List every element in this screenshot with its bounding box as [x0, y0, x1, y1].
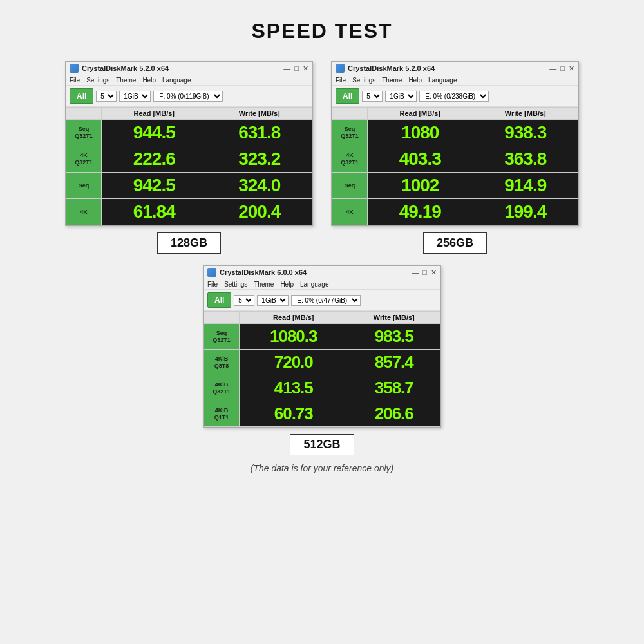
all-button-512[interactable]: All — [207, 292, 231, 308]
cdm-window-512: CrystalDiskMark 6.0.0 x64 — □ ✕ File Set… — [203, 265, 441, 428]
menubar-512: File Settings Theme Help Language — [204, 279, 440, 290]
window-title-512: CrystalDiskMark 6.0.0 x64 — [220, 269, 307, 276]
write-value: 914.9 — [473, 173, 578, 199]
results-table-512: Read [MB/s] Write [MB/s] SeqQ32T1 1080.3… — [204, 311, 440, 427]
read-value: 60.73 — [240, 401, 348, 427]
toolbar-128: All 5 1GiB F: 0% (0/119GiB) — [66, 86, 312, 107]
drive-select-512[interactable]: E: 0% (0/477GiB) — [291, 295, 361, 306]
read-value: 49.19 — [368, 199, 473, 225]
menubar-128: File Settings Theme Help Language — [66, 75, 312, 86]
col-header-label-128 — [66, 108, 102, 120]
maximize-icon[interactable]: □ — [294, 64, 299, 73]
read-value: 944.5 — [102, 120, 207, 146]
size-select-256[interactable]: 1GiB — [385, 91, 417, 102]
menu-help[interactable]: Help — [142, 77, 156, 84]
menu-theme[interactable]: Theme — [254, 281, 274, 288]
write-value: 938.3 — [473, 120, 578, 146]
close-icon[interactable]: ✕ — [303, 64, 308, 73]
menu-settings[interactable]: Settings — [86, 77, 109, 84]
benchmark-128gb: CrystalDiskMark 5.2.0 x64 — □ ✕ File Set… — [65, 61, 313, 254]
read-value: 1080.3 — [240, 324, 348, 350]
menu-help[interactable]: Help — [280, 281, 294, 288]
row-label: 4KiBQ8T8 — [204, 350, 240, 375]
col-header-write-512: Write [MB/s] — [348, 312, 440, 324]
close-icon[interactable]: ✕ — [431, 269, 437, 277]
cdm-window-256: CrystalDiskMark 5.2.0 x64 — □ ✕ File Set… — [331, 61, 579, 226]
menu-settings[interactable]: Settings — [224, 281, 247, 288]
col-header-label-512 — [204, 312, 240, 324]
all-button-128[interactable]: All — [70, 88, 93, 104]
table-row: Seq 1002 914.9 — [332, 173, 578, 199]
table-row: SeqQ32T1 1080.3 983.5 — [204, 324, 440, 350]
write-value: 206.6 — [348, 401, 440, 427]
maximize-icon[interactable]: □ — [422, 269, 427, 277]
count-select-512[interactable]: 5 — [234, 295, 254, 306]
read-value: 61.84 — [102, 199, 207, 225]
window-title-256: CrystalDiskMark 5.2.0 x64 — [348, 64, 435, 72]
bottom-row: CrystalDiskMark 6.0.0 x64 — □ ✕ File Set… — [203, 265, 441, 473]
table-row: 4KQ32T1 403.3 363.8 — [332, 146, 578, 173]
write-value: 199.4 — [473, 199, 578, 225]
row-label: 4KiBQ32T1 — [204, 375, 240, 401]
menu-file[interactable]: File — [336, 77, 346, 84]
size-select-512[interactable]: 1GiB — [257, 295, 289, 306]
table-row: 4K 49.19 199.4 — [332, 199, 578, 225]
read-value: 413.5 — [240, 375, 348, 401]
read-value: 942.5 — [102, 173, 207, 199]
col-header-write-256: Write [MB/s] — [473, 108, 578, 120]
row-label: 4K — [332, 199, 368, 225]
col-header-read-512: Read [MB/s] — [240, 312, 348, 324]
menu-file[interactable]: File — [207, 281, 218, 288]
write-value: 363.8 — [473, 146, 578, 173]
menu-theme[interactable]: Theme — [382, 77, 402, 84]
table-row: 4KiBQ8T8 720.0 857.4 — [204, 350, 440, 375]
read-value: 1002 — [368, 173, 473, 199]
row-label: SeqQ32T1 — [204, 324, 240, 350]
menu-theme[interactable]: Theme — [116, 77, 136, 84]
minimize-icon[interactable]: — — [549, 64, 556, 73]
drive-select-128[interactable]: F: 0% (0/119GiB) — [153, 91, 223, 102]
benchmark-512gb: CrystalDiskMark 6.0.0 x64 — □ ✕ File Set… — [203, 265, 441, 455]
write-value: 323.2 — [207, 146, 312, 173]
row-label: 4K — [66, 199, 102, 225]
menu-settings[interactable]: Settings — [352, 77, 375, 84]
titlebar-128: CrystalDiskMark 5.2.0 x64 — □ ✕ — [66, 62, 312, 75]
write-value: 324.0 — [207, 173, 312, 199]
menu-help[interactable]: Help — [408, 77, 422, 84]
table-row: Seq 942.5 324.0 — [66, 173, 312, 199]
close-icon[interactable]: ✕ — [569, 64, 574, 73]
row-label: Seq — [332, 173, 368, 199]
count-select-256[interactable]: 5 — [362, 91, 383, 102]
row-label: SeqQ32T1 — [66, 120, 102, 146]
maximize-icon[interactable]: □ — [560, 64, 565, 73]
count-select-128[interactable]: 5 — [96, 91, 117, 102]
window-controls-512: — □ ✕ — [412, 269, 437, 277]
row-label: 4KQ32T1 — [332, 146, 368, 173]
page-title: SPEED TEST — [251, 19, 392, 43]
write-value: 631.8 — [207, 120, 312, 146]
menu-language[interactable]: Language — [162, 77, 191, 84]
menu-language[interactable]: Language — [300, 281, 329, 288]
size-label-512: 512GB — [290, 434, 354, 455]
benchmark-256gb: CrystalDiskMark 5.2.0 x64 — □ ✕ File Set… — [331, 61, 579, 254]
minimize-icon[interactable]: — — [412, 269, 419, 277]
menu-language[interactable]: Language — [428, 77, 457, 84]
top-row: CrystalDiskMark 5.2.0 x64 — □ ✕ File Set… — [65, 61, 579, 254]
all-button-256[interactable]: All — [336, 88, 359, 104]
row-label: 4KQ32T1 — [66, 146, 102, 173]
col-header-read-256: Read [MB/s] — [368, 108, 473, 120]
window-controls-256: — □ ✕ — [549, 64, 574, 73]
results-table-128: Read [MB/s] Write [MB/s] SeqQ32T1 944.5 … — [66, 107, 312, 225]
col-header-label-256 — [332, 108, 368, 120]
size-select-128[interactable]: 1GiB — [119, 91, 151, 102]
drive-select-256[interactable]: E: 0% (0/238GiB) — [419, 91, 489, 102]
read-value: 1080 — [368, 120, 473, 146]
results-table-256: Read [MB/s] Write [MB/s] SeqQ32T1 1080 9… — [332, 107, 578, 225]
table-row: SeqQ32T1 1080 938.3 — [332, 120, 578, 146]
toolbar-256: All 5 1GiB E: 0% (0/238GiB) — [332, 86, 578, 107]
write-value: 983.5 — [348, 324, 440, 350]
menu-file[interactable]: File — [70, 77, 80, 84]
minimize-icon[interactable]: — — [283, 64, 290, 73]
menubar-256: File Settings Theme Help Language — [332, 75, 578, 86]
app-icon-512 — [207, 268, 216, 277]
